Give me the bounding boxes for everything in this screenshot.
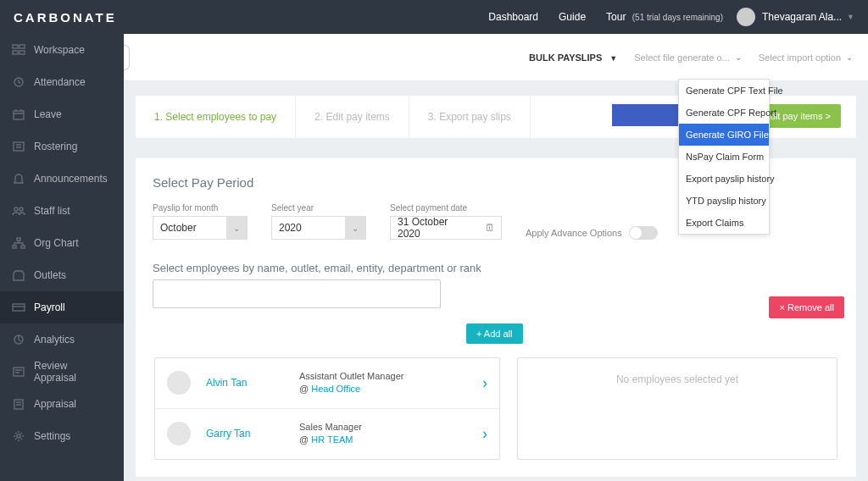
sidebar-item-announcements[interactable]: Announcements: [0, 163, 124, 195]
svg-point-16: [17, 434, 20, 438]
payment-date-input[interactable]: 31 October 2020 🗓: [390, 216, 502, 240]
nav-dashboard[interactable]: Dashboard: [488, 11, 538, 23]
sidebar-item-label: Payroll: [34, 301, 65, 313]
sidebar-item-attendance[interactable]: Attendance: [0, 66, 124, 98]
generate-dropdown[interactable]: Select file generate o... ⌄: [634, 53, 742, 63]
attendance-icon: [12, 76, 25, 88]
sidebar-item-staff-list[interactable]: Staff list: [0, 195, 124, 227]
avatar: [167, 422, 191, 445]
chevron-right-icon[interactable]: ›: [482, 374, 487, 392]
svg-rect-0: [13, 45, 18, 48]
rostering-icon: [12, 141, 25, 152]
sidebar-item-payroll[interactable]: Payroll: [0, 291, 124, 323]
payment-date-label: Select payment date: [390, 203, 502, 213]
sidebar-item-label: Settings: [34, 430, 70, 442]
year-label: Select year: [271, 203, 366, 213]
sidebar: Workspace Attendance Leave Rostering Ann…: [0, 34, 124, 481]
trial-days: (51 trial days remaining): [632, 13, 723, 22]
employee-row[interactable]: Alvin Tan Assistant Outlet Manager @ Hea…: [155, 358, 499, 409]
sidebar-item-outlets[interactable]: Outlets: [0, 259, 124, 291]
month-label: Payslip for month: [153, 203, 248, 213]
chevron-down-icon: ⌄: [226, 216, 247, 240]
sidebar-item-label: Rostering: [34, 141, 77, 152]
chevron-right-icon[interactable]: ›: [482, 425, 487, 443]
sidebar-item-settings[interactable]: Settings: [0, 420, 124, 452]
review-icon: [12, 366, 25, 378]
generate-option[interactable]: Export payslip history: [679, 168, 769, 190]
advance-options-label: Apply Advance Options: [526, 228, 622, 238]
month-select[interactable]: October ⌄: [153, 216, 248, 240]
brand-logo: CARBONATE: [14, 10, 117, 25]
leave-icon: [12, 108, 25, 120]
sidebar-item-label: Workspace: [34, 44, 85, 56]
analytics-icon: [12, 334, 25, 346]
import-dropdown[interactable]: Select import option ⌄: [759, 53, 853, 63]
sidebar-item-label: Review Appraisal: [34, 360, 112, 384]
available-employees-pane: Alvin Tan Assistant Outlet Manager @ Hea…: [154, 357, 500, 460]
svg-point-7: [14, 207, 18, 211]
org-chart-icon: [12, 237, 25, 249]
svg-rect-14: [14, 368, 24, 376]
appraisal-icon: [12, 398, 25, 410]
chevron-down-icon: ▼: [609, 54, 617, 63]
employee-meta: Sales Manager @ HR TEAM: [299, 421, 482, 447]
step-2[interactable]: 2. Edit pay items: [296, 96, 409, 138]
employee-meta: Assistant Outlet Manager @ Head Office: [299, 370, 482, 396]
month-value: October: [153, 222, 226, 234]
calendar-icon: 🗓: [479, 222, 501, 234]
chevron-down-icon[interactable]: ▼: [847, 13, 854, 21]
step-3[interactable]: 3. Export pay slips: [409, 96, 531, 138]
employee-row[interactable]: Garry Tan Sales Manager @ HR TEAM ›: [155, 409, 499, 459]
svg-rect-5: [14, 111, 24, 119]
nav-tour[interactable]: Tour (51 trial days remaining): [606, 11, 723, 23]
employee-search-label: Select employees by name, outlet, email,…: [153, 262, 839, 274]
advance-options-toggle[interactable]: [629, 226, 658, 240]
nav-guide[interactable]: Guide: [559, 11, 586, 23]
svg-rect-11: [21, 246, 25, 248]
chevron-down-icon: ⌄: [846, 53, 853, 62]
generate-option[interactable]: NsPay Claim Form: [679, 146, 769, 168]
sidebar-item-leave[interactable]: Leave: [0, 98, 124, 130]
year-value: 2020: [272, 222, 345, 234]
svg-rect-6: [14, 142, 24, 151]
side-tab-handle[interactable]: [124, 45, 130, 70]
nav-tour-label: Tour: [606, 11, 626, 23]
gear-icon: [12, 430, 25, 442]
username[interactable]: Thevagaran Ala...: [762, 11, 842, 23]
chevron-down-icon: ⌄: [345, 216, 365, 240]
generate-option[interactable]: Generate GIRO File: [679, 124, 769, 146]
sidebar-item-org-chart[interactable]: Org Chart: [0, 227, 124, 259]
generate-option[interactable]: Generate CPF Report: [679, 102, 769, 124]
generate-option[interactable]: Generate CPF Text File: [679, 80, 769, 102]
chevron-down-icon: ⌄: [735, 53, 742, 62]
sidebar-item-label: Analytics: [34, 334, 75, 346]
sidebar-item-review-appraisal[interactable]: Review Appraisal: [0, 356, 124, 388]
selected-employees-pane: No employees selected yet: [517, 357, 837, 460]
sidebar-item-label: Attendance: [34, 76, 86, 88]
sidebar-item-label: Org Chart: [34, 237, 79, 249]
generate-option[interactable]: Export Claims: [679, 212, 769, 234]
sidebar-item-workspace[interactable]: Workspace: [0, 34, 124, 66]
year-select[interactable]: 2020 ⌄: [271, 216, 366, 240]
remove-all-button[interactable]: × Remove all: [769, 296, 844, 318]
sidebar-item-label: Announcements: [34, 173, 108, 185]
add-all-button[interactable]: + Add all: [466, 323, 523, 344]
payroll-icon: [12, 301, 25, 313]
bulk-payslips-label[interactable]: BULK PAYSLIPS ▼: [529, 53, 617, 63]
bell-icon: [12, 173, 25, 185]
sidebar-item-appraisal[interactable]: Appraisal: [0, 388, 124, 420]
avatar[interactable]: [737, 8, 755, 26]
employee-name[interactable]: Garry Tan: [206, 428, 299, 440]
generate-option[interactable]: YTD payslip history: [679, 190, 769, 212]
step-1[interactable]: 1. Select employees to pay: [136, 96, 296, 138]
payment-date-value: 31 October 2020: [391, 216, 479, 240]
generate-dropdown-menu: Generate CPF Text File Generate CPF Repo…: [678, 79, 770, 235]
outlets-icon: [12, 269, 25, 281]
employee-search-input[interactable]: [153, 279, 441, 308]
avatar: [167, 371, 191, 395]
sidebar-item-rostering[interactable]: Rostering: [0, 130, 124, 163]
sidebar-item-label: Outlets: [34, 269, 66, 281]
sidebar-item-analytics[interactable]: Analytics: [0, 323, 124, 356]
svg-rect-2: [13, 51, 18, 54]
employee-name[interactable]: Alvin Tan: [206, 377, 299, 389]
